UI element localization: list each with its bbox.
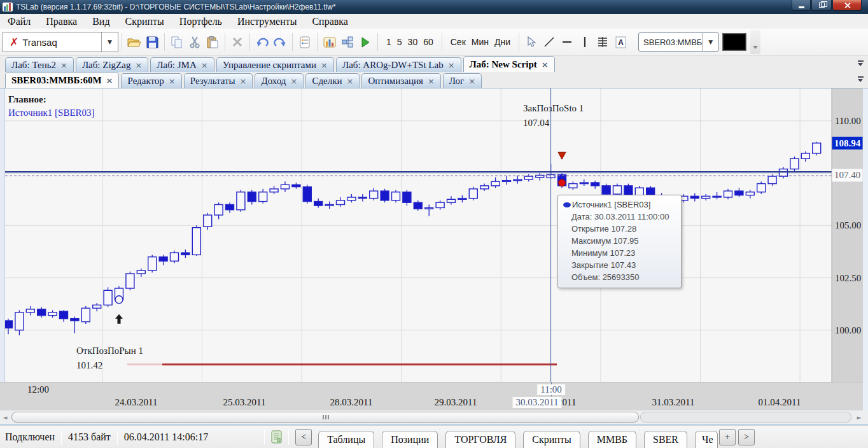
tooltip-row: Открытие 107.28 xyxy=(563,223,676,235)
tab-close-icon[interactable]: × xyxy=(347,76,354,86)
tab-close-icon[interactable]: × xyxy=(106,76,113,85)
chart-icon xyxy=(323,36,336,48)
date-label: 28.03.2011 xyxy=(330,397,373,408)
hline-tool-button[interactable] xyxy=(558,33,576,51)
minimize-button[interactable] xyxy=(792,0,811,11)
svg-text:110.00: 110.00 xyxy=(835,116,861,126)
doc-tab-SBER03:ММВБ:60М[interactable]: SBER03:ММВБ:60М× xyxy=(5,72,119,88)
timeframe-buttons: 153060 xyxy=(381,37,438,47)
chevron-down-icon[interactable]: ▼ xyxy=(101,32,118,52)
properties-button[interactable] xyxy=(296,33,314,51)
unit-Сек[interactable]: Сек xyxy=(451,37,466,47)
tab-close-icon[interactable]: × xyxy=(60,60,67,70)
doc-tab-Доход[interactable]: Доход× xyxy=(255,73,304,88)
tab-close-icon[interactable]: × xyxy=(468,76,475,86)
app-icon xyxy=(3,3,13,11)
chart-hscrollbar[interactable]: ◄ ► xyxy=(0,410,868,425)
redo-button[interactable] xyxy=(271,33,289,51)
tab-label: Редактор xyxy=(127,76,164,87)
menu-item-Портфель[interactable]: Портфель xyxy=(172,14,230,29)
candlestick-chart[interactable]: 110.00105.00102.50100.00108.94107.40 xyxy=(0,88,868,382)
doc-tab-Результаты[interactable]: Результаты× xyxy=(184,73,253,88)
trend-line-tool-button[interactable] xyxy=(540,33,558,51)
color-swatch[interactable] xyxy=(722,33,746,51)
doc-tab-Редактор[interactable]: Редактор× xyxy=(121,73,181,88)
close-button[interactable] xyxy=(832,0,862,11)
tab-label: Лаб: JMA xyxy=(157,60,196,71)
lab-tab-Лаб: Тень2[interactable]: Лаб: Тень2× xyxy=(5,57,74,72)
run-button[interactable] xyxy=(356,33,374,51)
tab-close-icon[interactable]: × xyxy=(542,60,549,69)
menu-item-Вид[interactable]: Вид xyxy=(85,14,117,29)
maximize-button[interactable] xyxy=(811,0,832,11)
timeframe-1[interactable]: 1 xyxy=(386,37,391,47)
panel-tab-ТОРГОВЛЯ[interactable]: ТОРГОВЛЯ xyxy=(445,431,515,448)
levels-tool-button[interactable] xyxy=(594,33,612,51)
delete-button[interactable] xyxy=(228,33,246,51)
chart-panel[interactable]: 110.00105.00102.50100.00108.94107.40 Гла… xyxy=(0,88,868,382)
scroll-right-icon[interactable]: ► xyxy=(855,413,863,422)
menu-item-Справка[interactable]: Справка xyxy=(304,14,356,29)
doc-tab-Оптимизация[interactable]: Оптимизация× xyxy=(361,73,440,88)
lab-tab-Лаб: ZigZag[interactable]: Лаб: ZigZag× xyxy=(76,57,148,72)
pointer-tool-button[interactable] xyxy=(522,33,540,51)
tab-close-icon[interactable]: × xyxy=(428,76,435,86)
scrollbar-thumb[interactable] xyxy=(11,412,639,423)
lab-tab-Лаб: JMA[interactable]: Лаб: JMA× xyxy=(150,57,214,72)
copy-button[interactable] xyxy=(168,33,186,51)
unit-Мин[interactable]: Мин xyxy=(472,37,489,47)
symbol-combo[interactable]: SBER03:ММВБ ▼ xyxy=(638,32,719,52)
text-tool-button[interactable]: A xyxy=(612,33,629,51)
panel-tab-Скрипты[interactable]: Скрипты xyxy=(523,431,580,448)
tab-close-icon[interactable]: × xyxy=(290,76,297,86)
tab-close-icon[interactable]: × xyxy=(169,76,176,86)
lab-tab-Лаб: AROg-DW+TSt Lab[interactable]: Лаб: AROg-DW+TSt Lab× xyxy=(336,57,461,72)
chart-button[interactable] xyxy=(321,33,339,51)
chart-annotation: Источник1 [SBER03] xyxy=(8,108,95,118)
paste-button[interactable] xyxy=(204,33,221,51)
panel-tab-Че[interactable]: Че xyxy=(695,431,718,448)
open-button[interactable] xyxy=(125,33,143,51)
panel-next-button[interactable]: > xyxy=(738,429,755,445)
timeframe-30[interactable]: 30 xyxy=(408,37,418,47)
crosshair-time-label: 11:00 xyxy=(537,384,565,395)
panel-add-button[interactable]: + xyxy=(719,429,736,445)
menu-item-Файл[interactable]: Файл xyxy=(0,14,38,29)
scroll-left-icon[interactable]: ◄ xyxy=(1,413,9,422)
timeframe-5[interactable]: 5 xyxy=(397,37,402,47)
lab-tab-Управление скриптами[interactable]: Управление скриптами× xyxy=(216,57,334,72)
panel-tab-ММВБ[interactable]: ММВБ xyxy=(588,431,636,448)
doc-tab-Лог[interactable]: Лог× xyxy=(443,73,482,88)
menu-item-Инструменты[interactable]: Инструменты xyxy=(230,14,305,29)
connection-combo[interactable]: ✗ Transaq ▼ xyxy=(3,32,118,52)
script-diagram-button[interactable] xyxy=(339,33,356,51)
tab-close-icon[interactable]: × xyxy=(201,60,208,70)
timeframe-60[interactable]: 60 xyxy=(423,37,433,47)
series-bullet-icon xyxy=(563,202,571,207)
panel-tab-SBER[interactable]: SBER xyxy=(644,431,687,448)
scrollbar-track[interactable] xyxy=(640,412,851,423)
unit-Дни[interactable]: Дни xyxy=(494,37,510,47)
menu-item-Скрипты[interactable]: Скрипты xyxy=(118,14,172,29)
toolbar-overflow-handle[interactable] xyxy=(750,30,760,54)
menu-item-Правка[interactable]: Правка xyxy=(38,14,85,29)
doc-tab-bar: SBER03:ММВБ:60М×Редактор×Результаты×Дохо… xyxy=(0,72,868,88)
lab-tab-Лаб: New Script[interactable]: Лаб: New Script× xyxy=(463,56,555,72)
undo-button[interactable] xyxy=(253,33,271,51)
tab-close-icon[interactable]: × xyxy=(135,60,142,70)
save-button[interactable] xyxy=(143,33,161,51)
panel-prev-button[interactable]: < xyxy=(295,429,312,445)
tab-close-icon[interactable]: × xyxy=(448,60,455,70)
tab-overflow-icon[interactable] xyxy=(857,60,864,69)
minimize-icon xyxy=(799,6,804,8)
tab-close-icon[interactable]: × xyxy=(240,76,247,86)
cut-button[interactable] xyxy=(186,33,204,51)
chevron-down-icon[interactable]: ▼ xyxy=(702,33,718,51)
tab-overflow-icon[interactable] xyxy=(857,76,864,85)
journal-icon[interactable] xyxy=(271,430,282,444)
panel-tab-Позиции[interactable]: Позиции xyxy=(382,431,438,448)
panel-tab-Таблицы[interactable]: Таблицы xyxy=(318,431,374,448)
vline-tool-button[interactable] xyxy=(576,33,594,51)
tab-close-icon[interactable]: × xyxy=(321,60,328,70)
doc-tab-Сделки[interactable]: Сделки× xyxy=(305,73,360,88)
